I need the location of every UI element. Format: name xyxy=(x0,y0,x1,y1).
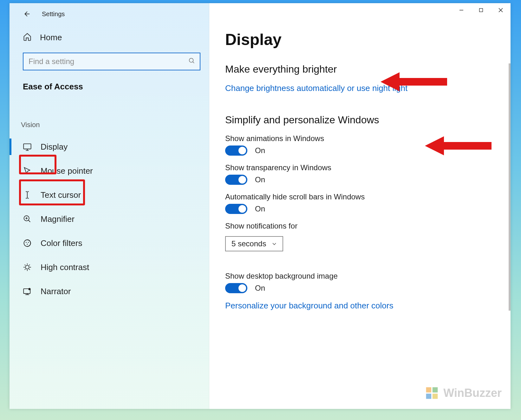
title-bar-controls xyxy=(452,3,511,17)
color-filters-icon xyxy=(23,239,32,248)
page-title: Display xyxy=(225,30,511,49)
svg-point-7 xyxy=(25,265,29,269)
desktop-bg-state: On xyxy=(255,284,265,293)
sidebar-item-color-filters[interactable]: Color filters xyxy=(10,231,209,255)
search-box[interactable] xyxy=(23,53,200,70)
animations-toggle[interactable] xyxy=(225,145,247,156)
sidebar-group-vision: Vision xyxy=(21,121,40,129)
section-brighter-title: Make everything brighter xyxy=(225,63,511,75)
sidebar-item-label: Magnifier xyxy=(41,214,75,224)
narrator-icon xyxy=(23,287,32,296)
main-content: Display Make everything brighter Change … xyxy=(209,3,511,409)
sidebar-home[interactable]: Home xyxy=(10,18,209,42)
back-button[interactable] xyxy=(23,10,30,18)
sidebar-item-text-cursor[interactable]: Text cursor xyxy=(10,183,209,207)
watermark-icon xyxy=(425,386,439,400)
svg-rect-1 xyxy=(23,144,31,149)
app-title: Settings xyxy=(42,10,65,18)
maximize-button[interactable] xyxy=(471,3,491,17)
mouse-pointer-icon xyxy=(23,166,32,175)
scrollbar[interactable] xyxy=(509,63,511,311)
svg-rect-15 xyxy=(426,394,432,399)
svg-point-0 xyxy=(189,58,193,62)
search-icon xyxy=(188,57,195,66)
sidebar-item-label: Display xyxy=(41,142,68,152)
high-contrast-icon xyxy=(23,263,32,272)
sidebar-item-display[interactable]: Display xyxy=(10,135,209,159)
sidebar-item-high-contrast[interactable]: High contrast xyxy=(10,255,209,279)
sidebar-item-label: Narrator xyxy=(41,287,71,296)
watermark-text: WinBuzzer xyxy=(443,386,502,400)
animations-label: Show animations in Windows xyxy=(225,134,511,143)
notifications-value: 5 seconds xyxy=(231,239,266,248)
svg-rect-13 xyxy=(426,387,432,393)
svg-rect-10 xyxy=(479,9,483,12)
sidebar-item-label: High contrast xyxy=(41,262,89,272)
notifications-label: Show notifications for xyxy=(225,222,511,230)
svg-point-6 xyxy=(27,244,28,245)
svg-point-9 xyxy=(29,288,31,290)
brightness-link[interactable]: Change brightness automatically or use n… xyxy=(225,83,407,93)
sidebar: Settings Home Ease of Access Vision Disp… xyxy=(10,3,209,409)
maximize-icon xyxy=(479,8,483,12)
close-icon xyxy=(498,8,503,13)
sidebar-item-narrator[interactable]: Narrator xyxy=(10,279,209,303)
home-icon xyxy=(23,32,32,42)
animations-state: On xyxy=(255,146,265,155)
svg-point-5 xyxy=(28,242,29,243)
minimize-button[interactable] xyxy=(452,3,471,17)
magnifier-icon xyxy=(23,215,32,223)
transparency-toggle[interactable] xyxy=(225,175,247,185)
chevron-down-icon xyxy=(272,241,277,246)
transparency-state: On xyxy=(255,175,265,184)
sidebar-item-label: Color filters xyxy=(41,238,82,248)
scrollbars-label: Automatically hide scroll bars in Window… xyxy=(225,192,511,201)
svg-rect-16 xyxy=(433,394,438,399)
svg-point-4 xyxy=(26,242,27,243)
personalize-link[interactable]: Personalize your background and other co… xyxy=(225,301,393,311)
watermark: WinBuzzer xyxy=(425,386,502,400)
sidebar-item-magnifier[interactable]: Magnifier xyxy=(10,207,209,231)
arrow-left-icon xyxy=(23,10,30,17)
notifications-dropdown[interactable]: 5 seconds xyxy=(225,236,283,251)
scrollbars-toggle[interactable] xyxy=(225,204,247,214)
settings-window: Settings Home Ease of Access Vision Disp… xyxy=(10,3,511,409)
sidebar-item-mouse-pointer[interactable]: Mouse pointer xyxy=(10,159,209,183)
minimize-icon xyxy=(459,8,464,13)
section-simplify-title: Simplify and personalize Windows xyxy=(225,114,511,126)
sidebar-item-label: Text cursor xyxy=(41,190,81,200)
sidebar-section-title: Ease of Access xyxy=(10,70,209,92)
svg-rect-14 xyxy=(433,387,438,393)
search-input[interactable] xyxy=(28,57,188,66)
desktop-bg-label: Show desktop background image xyxy=(225,272,511,281)
scrollbars-state: On xyxy=(255,204,265,213)
display-icon xyxy=(23,142,32,151)
close-button[interactable] xyxy=(491,3,511,17)
desktop-bg-toggle[interactable] xyxy=(225,283,247,293)
transparency-label: Show transparency in Windows xyxy=(225,163,511,172)
text-cursor-icon xyxy=(23,191,32,199)
sidebar-item-label: Mouse pointer xyxy=(41,166,93,176)
home-label: Home xyxy=(40,33,62,42)
